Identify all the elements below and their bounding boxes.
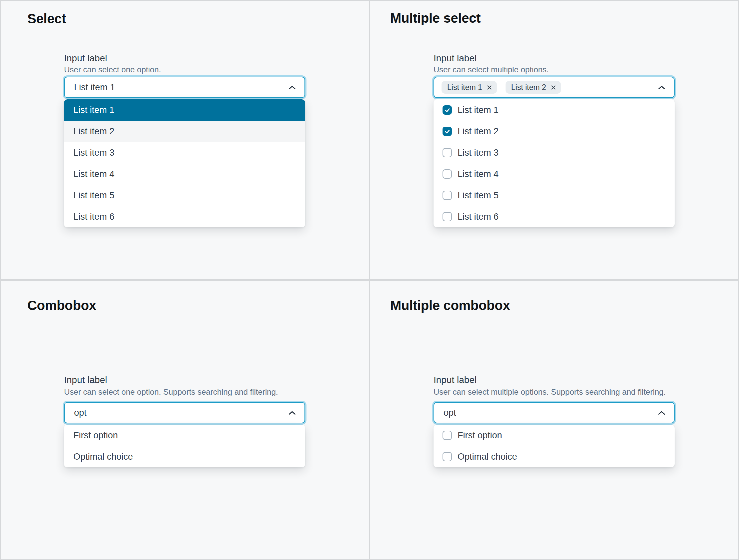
combobox-input[interactable]: opt — [64, 402, 305, 423]
selected-value-chip[interactable]: List item 2 — [505, 81, 561, 94]
section-title-multiple-combobox: Multiple combobox — [390, 297, 510, 313]
option-label: List item 4 — [458, 169, 498, 179]
multiple-combobox-dropdown: First option Optimal choice — [434, 425, 675, 467]
combobox-input-value: opt — [74, 408, 288, 418]
multiple-select-input[interactable]: List item 1 List item 2 — [434, 77, 675, 98]
option-list-item[interactable]: List item 1 — [434, 99, 675, 121]
checkbox-unchecked-icon[interactable] — [443, 452, 452, 461]
checkbox-unchecked-icon[interactable] — [443, 212, 452, 221]
checkbox-unchecked-icon[interactable] — [443, 148, 452, 157]
option-list-item[interactable]: List item 6 — [434, 206, 675, 227]
component-demo-grid: Select Input label User can select one o… — [0, 0, 739, 560]
option-list-item[interactable]: List item 3 — [434, 142, 675, 163]
checkbox-unchecked-icon[interactable] — [443, 169, 452, 179]
input-label: Input label — [434, 374, 476, 386]
close-icon[interactable] — [550, 84, 557, 91]
option-label: List item 1 — [458, 105, 498, 115]
section-title-select: Select — [27, 11, 66, 27]
checkbox-checked-icon[interactable] — [443, 127, 452, 136]
option-list-item[interactable]: List item 4 — [434, 163, 675, 185]
input-label: Input label — [434, 52, 476, 64]
option-list-item[interactable]: List item 2 — [434, 121, 675, 142]
multiple-combobox-input[interactable]: opt — [434, 402, 675, 423]
select-section: Select Input label User can select one o… — [1, 1, 369, 279]
input-helper-text: User can select one option. — [64, 64, 161, 75]
combobox-dropdown: First option Optimal choice — [64, 425, 305, 467]
option-list-item[interactable]: Optimal choice — [434, 446, 675, 467]
selected-value-chip[interactable]: List item 1 — [442, 81, 497, 94]
chip-label: List item 2 — [511, 83, 546, 92]
option-label: First option — [458, 430, 502, 441]
option-list-item[interactable]: List item 2 — [64, 121, 305, 142]
option-list-item[interactable]: List item 6 — [64, 206, 305, 227]
checkbox-unchecked-icon[interactable] — [443, 191, 452, 200]
close-icon[interactable] — [486, 84, 492, 91]
multiple-combobox-input-value: opt — [444, 408, 658, 418]
option-list-item[interactable]: List item 5 — [434, 185, 675, 206]
select-input-value: List item 1 — [74, 82, 288, 93]
input-helper-text: User can select multiple options. Suppor… — [434, 387, 666, 397]
section-title-multiple-select: Multiple select — [390, 10, 480, 26]
option-label: List item 5 — [458, 190, 498, 201]
checkbox-unchecked-icon[interactable] — [443, 431, 452, 440]
select-input[interactable]: List item 1 — [64, 77, 305, 98]
multiple-combobox-section: Multiple combobox Input label User can s… — [370, 281, 738, 559]
chevron-up-icon[interactable] — [658, 85, 665, 90]
section-title-combobox: Combobox — [27, 297, 96, 313]
chevron-up-icon[interactable] — [288, 411, 296, 415]
option-label: List item 3 — [458, 148, 498, 158]
option-label: Optimal choice — [458, 452, 517, 462]
input-helper-text: User can select one option. Supports sea… — [64, 387, 278, 397]
option-label: List item 6 — [458, 212, 498, 222]
checkbox-checked-icon[interactable] — [443, 105, 452, 115]
option-list-item[interactable]: List item 1 — [64, 99, 305, 121]
multiple-select-dropdown: List item 1 List item 2 List item 3 List… — [434, 99, 675, 227]
chevron-up-icon[interactable] — [288, 85, 296, 90]
option-list-item[interactable]: List item 3 — [64, 142, 305, 163]
input-label: Input label — [64, 52, 107, 64]
option-list-item[interactable]: First option — [434, 425, 675, 446]
chip-label: List item 1 — [447, 83, 482, 92]
option-list-item[interactable]: List item 5 — [64, 185, 305, 206]
input-label: Input label — [64, 374, 107, 386]
chevron-up-icon[interactable] — [658, 411, 665, 415]
multiple-select-section: Multiple select Input label User can sel… — [370, 1, 738, 279]
combobox-section: Combobox Input label User can select one… — [1, 281, 369, 559]
select-dropdown: List item 1 List item 2 List item 3 List… — [64, 99, 305, 227]
option-list-item[interactable]: Optimal choice — [64, 446, 305, 467]
option-list-item[interactable]: First option — [64, 425, 305, 446]
option-list-item[interactable]: List item 4 — [64, 163, 305, 185]
input-helper-text: User can select multiple options. — [434, 64, 549, 75]
option-label: List item 2 — [458, 126, 498, 137]
